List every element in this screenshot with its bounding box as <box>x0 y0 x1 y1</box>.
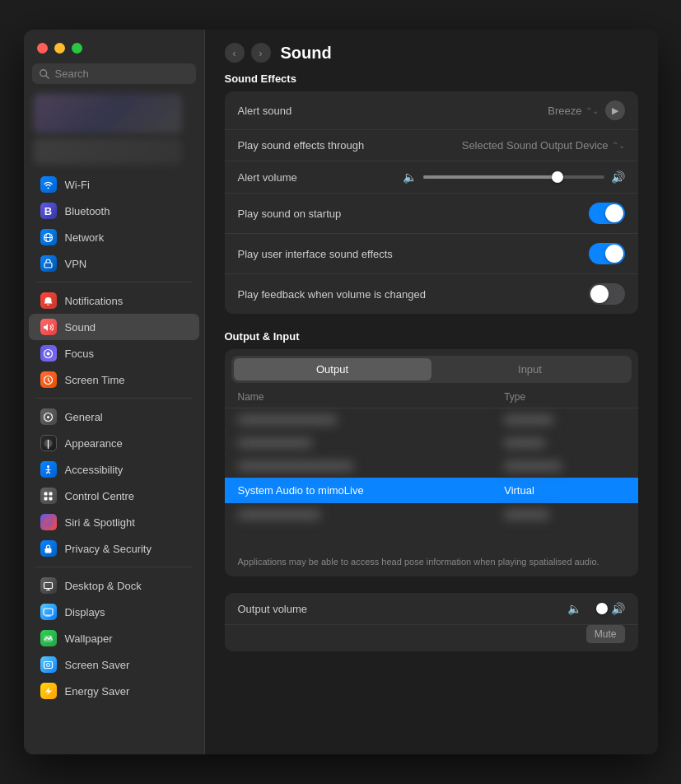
play-through-dropdown[interactable]: Selected Sound Output Device ⌃⌄ <box>462 139 625 152</box>
volume-slider-thumb <box>596 603 608 614</box>
selected-device-name: System Audio to mimoLive <box>225 478 492 503</box>
sidebar-item-sound[interactable]: Sound <box>29 314 199 340</box>
sidebar-item-network[interactable]: Network <box>29 224 199 250</box>
main-content: ‹ › Sound Sound Effects Alert sound Bree… <box>205 30 658 754</box>
forward-button[interactable]: › <box>251 43 271 63</box>
sidebar-item-energy[interactable]: Energy Saver <box>29 678 199 704</box>
sidebar-item-vpn[interactable]: VPN <box>29 250 199 277</box>
sidebar-item-label: Privacy & Security <box>65 543 152 555</box>
search-input[interactable] <box>55 68 189 80</box>
notifications-icon <box>40 292 57 309</box>
general-icon <box>40 408 57 425</box>
sidebar-item-siri[interactable]: Siri & Spotlight <box>29 509 199 535</box>
close-button[interactable] <box>37 43 48 54</box>
ui-sounds-label: Play user interface sound effects <box>238 248 393 260</box>
device-type <box>491 408 637 432</box>
sidebar-item-general[interactable]: General <box>29 404 199 430</box>
sidebar-scroll: Wi-Fi B Bluetooth <box>24 171 204 741</box>
ui-sounds-toggle[interactable] <box>589 243 625 264</box>
sidebar-item-label: Wallpaper <box>65 632 113 645</box>
svg-point-23 <box>47 663 50 666</box>
sidebar-item-controlcentre[interactable]: Control Centre <box>29 483 199 509</box>
slider-track <box>423 175 604 179</box>
sidebar-item-bluetooth[interactable]: B Bluetooth <box>29 198 199 224</box>
alert-sound-dropdown[interactable]: Breeze ⌃⌄ <box>548 105 598 117</box>
slider-thumb <box>552 171 563 183</box>
tab-container: Output Input <box>225 349 638 383</box>
sidebar-item-label: Bluetooth <box>65 205 110 217</box>
device-name <box>225 432 492 455</box>
sidebar: Wi-Fi B Bluetooth <box>24 30 205 754</box>
sidebar-item-label: Appearance <box>65 437 123 450</box>
sidebar-separator-1 <box>35 282 193 282</box>
sidebar-group-network: Wi-Fi B Bluetooth <box>24 171 204 277</box>
alert-sound-value: Breeze ⌃⌄ ▶ <box>548 100 624 120</box>
tab-input[interactable]: Input <box>431 358 629 380</box>
device-type <box>491 455 637 478</box>
alert-sound-row: Alert sound Breeze ⌃⌄ ▶ <box>225 91 638 130</box>
alert-volume-row: Alert volume 🔈 🔊 <box>225 161 638 194</box>
back-button[interactable]: ‹ <box>225 43 245 63</box>
sidebar-item-notifications[interactable]: Notifications <box>29 287 199 314</box>
search-box[interactable] <box>32 63 196 84</box>
table-row[interactable] <box>225 432 638 455</box>
output-table: Name Type <box>225 385 638 526</box>
sidebar-item-accessibility[interactable]: Accessibility <box>29 456 199 483</box>
sidebar-item-label: Screen Time <box>65 374 125 386</box>
table-row-selected[interactable]: System Audio to mimoLive Virtual <box>225 478 638 503</box>
play-through-value: Selected Sound Output Device ⌃⌄ <box>462 139 625 152</box>
sidebar-item-label: Network <box>65 231 105 244</box>
vpn-icon <box>40 255 57 272</box>
sound-effects-card: Alert sound Breeze ⌃⌄ ▶ Play sound effec… <box>225 91 638 314</box>
bluetooth-icon: B <box>40 203 57 219</box>
alert-volume-label: Alert volume <box>238 171 297 184</box>
col-name-header: Name <box>225 385 492 408</box>
controlcentre-icon <box>40 488 57 504</box>
device-type <box>491 432 637 455</box>
titlebar-buttons <box>24 43 204 63</box>
wifi-icon <box>40 176 57 193</box>
sound-icon <box>40 319 57 335</box>
svg-rect-12 <box>44 492 48 495</box>
volume-high-icon: 🔊 <box>611 170 625 184</box>
table-row[interactable] <box>225 408 638 432</box>
mute-row: Mute <box>225 625 638 651</box>
sidebar-item-appearance[interactable]: Appearance <box>29 430 199 456</box>
sidebar-item-wallpaper[interactable]: Wallpaper <box>29 625 199 651</box>
sidebar-item-wifi[interactable]: Wi-Fi <box>29 171 199 198</box>
alert-sound-label: Alert sound <box>238 105 292 117</box>
chevron-up-down-icon: ⌃⌄ <box>585 106 599 115</box>
output-volume-slider[interactable]: 🔈 🔊 <box>567 602 625 615</box>
svg-rect-18 <box>44 582 53 588</box>
alert-volume-slider[interactable]: 🔈 🔊 <box>403 170 625 184</box>
sidebar-item-displays[interactable]: Displays <box>29 599 199 625</box>
maximize-button[interactable] <box>72 43 82 54</box>
startup-sound-row: Play sound on startup <box>225 194 638 234</box>
sidebar-item-label: Wi-Fi <box>65 179 90 191</box>
sidebar-item-label: Displays <box>65 606 105 618</box>
table-row[interactable] <box>225 503 638 526</box>
sidebar-item-screentime[interactable]: Screen Time <box>29 366 199 393</box>
mute-button[interactable]: Mute <box>586 625 625 643</box>
device-type <box>491 503 637 526</box>
startup-toggle[interactable] <box>589 203 625 224</box>
search-icon <box>39 68 50 80</box>
svg-rect-13 <box>49 492 53 495</box>
energy-icon <box>40 683 57 699</box>
user-name <box>34 138 182 165</box>
minimize-button[interactable] <box>54 43 65 54</box>
sidebar-separator-2 <box>35 398 193 399</box>
sidebar-group-system: Notifications Sound <box>24 287 204 393</box>
device-name <box>225 455 492 478</box>
slider-fill <box>423 175 559 179</box>
sidebar-item-screensaver[interactable]: Screen Saver <box>29 651 199 678</box>
feedback-toggle[interactable] <box>589 283 625 305</box>
sidebar-item-desktop[interactable]: Desktop & Dock <box>29 572 199 599</box>
play-button[interactable]: ▶ <box>605 100 625 120</box>
tab-output[interactable]: Output <box>234 358 431 380</box>
toggle-knob <box>590 285 609 303</box>
svg-rect-17 <box>45 548 52 553</box>
sidebar-item-privacy[interactable]: Privacy & Security <box>29 535 199 562</box>
table-row[interactable] <box>225 455 638 478</box>
sidebar-item-focus[interactable]: Focus <box>29 340 199 366</box>
